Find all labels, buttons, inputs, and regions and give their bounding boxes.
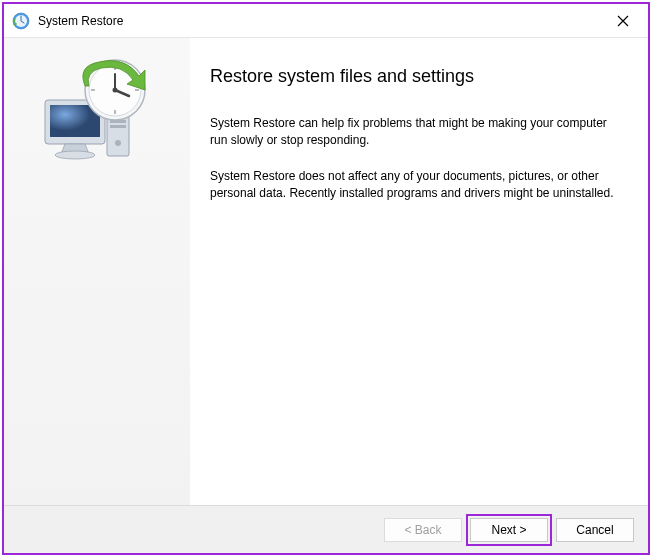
titlebar: System Restore xyxy=(4,4,648,38)
main-content: Restore system files and settings System… xyxy=(190,38,648,505)
cancel-button[interactable]: Cancel xyxy=(556,518,634,542)
content-area: Restore system files and settings System… xyxy=(4,38,648,505)
svg-point-9 xyxy=(115,140,121,146)
description-paragraph-2: System Restore does not affect any of yo… xyxy=(210,168,616,203)
back-button[interactable]: < Back xyxy=(384,518,462,542)
restore-illustration xyxy=(37,58,157,168)
system-restore-window: System Restore xyxy=(2,2,650,555)
next-button[interactable]: Next > xyxy=(470,518,548,542)
svg-rect-8 xyxy=(110,125,126,128)
window-title: System Restore xyxy=(38,14,600,28)
page-heading: Restore system files and settings xyxy=(210,66,616,87)
close-button[interactable] xyxy=(600,5,646,37)
footer: < Back Next > Cancel xyxy=(4,505,648,553)
description-paragraph-1: System Restore can help fix problems tha… xyxy=(210,115,616,150)
svg-point-5 xyxy=(55,151,95,159)
system-restore-icon xyxy=(12,12,30,30)
close-icon xyxy=(617,15,629,27)
svg-point-18 xyxy=(113,88,118,93)
sidebar xyxy=(4,38,190,505)
